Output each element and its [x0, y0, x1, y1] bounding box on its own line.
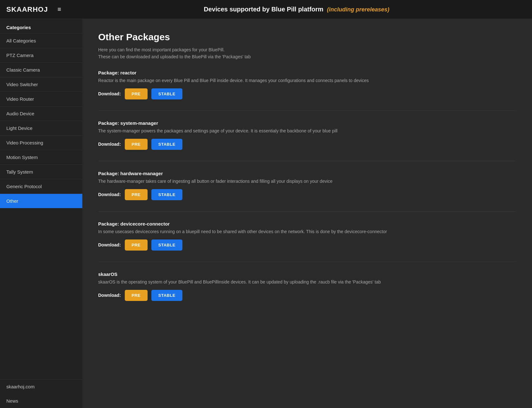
package-reactor-name: Package: reactor: [98, 70, 516, 75]
system-manager-stable-button[interactable]: STABLE: [151, 139, 182, 150]
page-title: Other Packages: [98, 32, 516, 42]
reactor-stable-button[interactable]: STABLE: [151, 88, 182, 99]
devicecore-connector-pre-button[interactable]: PRE: [125, 239, 148, 251]
download-label-reactor: Download:: [98, 91, 121, 96]
header-subtitle: (including prereleases): [327, 6, 390, 13]
divider-2: [98, 161, 516, 161]
package-system-manager: Package: system-manager The system-manag…: [98, 120, 516, 150]
download-label-skaaros: Download:: [98, 293, 121, 298]
package-skaaros-download-row: Download: PRE STABLE: [98, 290, 516, 301]
package-skaaros-desc: skaarOS is the operating system of your …: [98, 279, 516, 285]
sidebar-item-video-switcher[interactable]: Video Switcher: [0, 77, 82, 92]
sidebar-item-classic-camera[interactable]: Classic Camera: [0, 62, 82, 77]
package-devicecore-connector: Package: devicecore-connector In some us…: [98, 221, 516, 251]
header-title: Devices supported by Blue Pill platform …: [67, 6, 526, 13]
hardware-manager-stable-button[interactable]: STABLE: [151, 189, 182, 200]
package-hardware-manager-name: Package: hardware-manager: [98, 171, 516, 176]
package-system-manager-name: Package: system-manager: [98, 120, 516, 126]
sidebar-item-all-categories[interactable]: All Categories: [0, 33, 82, 48]
sidebar-item-video-processing[interactable]: Video Processing: [0, 135, 82, 150]
sidebar-item-audio-device[interactable]: Audio Device: [0, 106, 82, 121]
download-label-devicecore-connector: Download:: [98, 242, 121, 247]
divider-1: [98, 111, 516, 111]
logo: SKAARHOJ: [6, 5, 48, 14]
content-area: Other Packages Here you can find the mos…: [82, 19, 532, 408]
package-reactor: Package: reactor Reactor is the main pac…: [98, 70, 516, 99]
package-skaaros-name: skaarOS: [98, 271, 516, 277]
package-reactor-download-row: Download: PRE STABLE: [98, 88, 516, 99]
package-system-manager-desc: The system-manager powers the packages a…: [98, 128, 516, 134]
sidebar-item-news[interactable]: News: [0, 394, 82, 408]
header-title-text: Devices supported by Blue Pill platform: [204, 6, 324, 13]
page-description: Here you can find the most important pac…: [98, 46, 516, 61]
skaaros-stable-button[interactable]: STABLE: [151, 290, 182, 301]
sidebar-item-light-device[interactable]: Light Device: [0, 121, 82, 135]
package-hardware-manager-desc: The hardware-manager takes care of inges…: [98, 178, 516, 185]
hamburger-icon[interactable]: ≡: [57, 6, 61, 13]
sidebar: Categories All Categories PTZ Camera Cla…: [0, 19, 82, 408]
package-hardware-manager: Package: hardware-manager The hardware-m…: [98, 171, 516, 200]
sidebar-item-skaarhoj-com[interactable]: skaarhoj.com: [0, 379, 82, 394]
divider-3: [98, 211, 516, 212]
sidebar-item-tally-system[interactable]: Tally System: [0, 164, 82, 179]
package-devicecore-connector-desc: In some usecases devicecores running on …: [98, 228, 516, 235]
sidebar-item-ptz-camera[interactable]: PTZ Camera: [0, 48, 82, 62]
package-devicecore-connector-download-row: Download: PRE STABLE: [98, 239, 516, 251]
system-manager-pre-button[interactable]: PRE: [125, 139, 148, 150]
skaaros-pre-button[interactable]: PRE: [125, 290, 148, 301]
sidebar-item-other[interactable]: Other: [0, 194, 82, 208]
package-hardware-manager-download-row: Download: PRE STABLE: [98, 189, 516, 200]
sidebar-section-title: Categories: [0, 19, 82, 33]
top-header: SKAARHOJ ≡ Devices supported by Blue Pil…: [0, 0, 532, 19]
package-skaaros: skaarOS skaarOS is the operating system …: [98, 271, 516, 301]
sidebar-item-generic-protocol[interactable]: Generic Protocol: [0, 179, 82, 194]
sidebar-item-motion-system[interactable]: Motion System: [0, 150, 82, 164]
package-reactor-desc: Reactor is the main package on every Blu…: [98, 77, 516, 84]
download-label-system-manager: Download:: [98, 142, 121, 147]
devicecore-connector-stable-button[interactable]: STABLE: [151, 239, 182, 251]
hardware-manager-pre-button[interactable]: PRE: [125, 189, 148, 200]
download-label-hardware-manager: Download:: [98, 192, 121, 197]
package-system-manager-download-row: Download: PRE STABLE: [98, 139, 516, 150]
sidebar-item-video-router[interactable]: Video Router: [0, 92, 82, 106]
reactor-pre-button[interactable]: PRE: [125, 88, 148, 99]
sidebar-footer: skaarhoj.com News: [0, 379, 82, 408]
main-layout: Categories All Categories PTZ Camera Cla…: [0, 19, 532, 408]
package-devicecore-connector-name: Package: devicecore-connector: [98, 221, 516, 226]
divider-4: [98, 262, 516, 262]
